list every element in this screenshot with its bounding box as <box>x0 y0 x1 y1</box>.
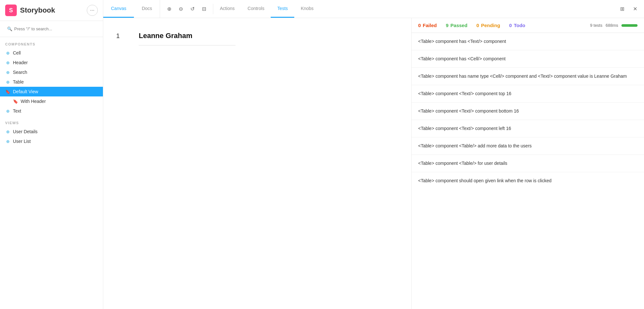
split-view-button[interactable]: ⊞ <box>617 4 627 14</box>
bookmark-icon-with-header: 🔖 <box>13 99 18 104</box>
views-section-label: VIEWS <box>0 116 103 127</box>
zoom-out-button[interactable]: ⊖ <box>176 4 186 14</box>
test-item: <Table> component has <Text/> component <box>412 33 644 50</box>
sidebar-item-text[interactable]: ⊕ Text <box>0 106 103 116</box>
sidebar-header: S Storybook ··· <box>0 0 103 21</box>
canvas-panel: 1 Leanne Graham <box>103 18 412 309</box>
sidebar-subitem-with-header[interactable]: 🔖 With Header <box>0 96 103 106</box>
expand-icon-table: ⊕ <box>5 79 10 85</box>
sidebar-item-user-details-label: User Details <box>13 129 37 134</box>
topbar-right: ⊞ ✕ <box>613 4 644 14</box>
test-item: <Table> component <Text/> component top … <box>412 85 644 103</box>
sidebar-item-table-label: Table <box>13 79 24 85</box>
zoom-in-icon: ⊕ <box>167 6 171 12</box>
test-item: <Table> component <Table/> for user deta… <box>412 155 644 172</box>
test-meta: 9 tests 688ms <box>590 23 638 28</box>
test-total: 9 tests <box>590 23 602 28</box>
sidebar-item-search[interactable]: ⊕ Search <box>0 67 103 77</box>
expand-icon-cell: ⊕ <box>5 50 10 55</box>
test-item: <Table> component has <Cell/> component <box>412 50 644 68</box>
sidebar-subitem-default-view[interactable]: 🔖 Default View <box>0 87 103 96</box>
main: Canvas Docs ⊕ ⊖ ↺ ⊟ Actions <box>103 0 644 309</box>
test-item: <Table> component should open given link… <box>412 172 644 189</box>
toolbar-tools: ⊕ ⊖ ↺ ⊟ <box>160 4 213 14</box>
image-icon: ⊟ <box>202 6 206 12</box>
search-bar-wrapper: 🔍 <box>5 24 98 34</box>
sidebar-subitem-with-header-label: With Header <box>21 99 46 104</box>
expand-icon-header: ⊕ <box>5 60 10 65</box>
sidebar-item-header[interactable]: ⊕ Header <box>0 58 103 67</box>
views-section: VIEWS ⊕ User Details ⊕ User List <box>0 116 103 146</box>
canvas-row-name: Leanne Graham <box>139 31 236 45</box>
sidebar-item-cell-label: Cell <box>13 50 21 55</box>
stat-failed: 0 Failed <box>418 23 437 28</box>
tab-docs[interactable]: Docs <box>134 0 160 18</box>
tab-tests[interactable]: Tests <box>271 0 294 18</box>
progress-bar <box>621 24 638 27</box>
sidebar-item-user-list-label: User List <box>13 139 31 144</box>
sidebar-item-header-label: Header <box>13 60 28 65</box>
close-button[interactable]: ✕ <box>630 4 640 14</box>
split-view-icon: ⊞ <box>620 6 624 12</box>
stat-pending: 0 Pending <box>477 23 500 28</box>
app-title: Storybook <box>20 6 84 15</box>
sidebar-item-user-list[interactable]: ⊕ User List <box>0 136 103 146</box>
expand-icon-user-details: ⊕ <box>5 129 10 134</box>
tests-summary: 0 Failed 9 Passed 0 Pending 0 Todo 9 tes… <box>412 18 644 33</box>
sidebar-item-user-details[interactable]: ⊕ User Details <box>0 127 103 136</box>
close-icon: ✕ <box>633 6 637 12</box>
zoom-in-button[interactable]: ⊕ <box>164 4 174 14</box>
search-icon: 🔍 <box>7 26 12 31</box>
bookmark-icon-default-view: 🔖 <box>5 89 10 94</box>
failed-label: Failed <box>423 23 437 28</box>
search-input[interactable] <box>5 24 98 34</box>
sidebar-item-cell[interactable]: ⊕ Cell <box>0 48 103 58</box>
sidebar-item-search-label: Search <box>13 70 27 75</box>
test-item: <Table> component has name type <Cell/> … <box>412 68 644 85</box>
passed-label: Passed <box>450 23 468 28</box>
tab-actions[interactable]: Actions <box>213 0 241 18</box>
pending-count: 0 <box>477 23 479 28</box>
canvas-content: 1 Leanne Graham <box>116 31 398 45</box>
expand-icon-user-list: ⊕ <box>5 139 10 144</box>
content-area: 1 Leanne Graham 0 Failed 9 Passed 0 Pend… <box>103 18 644 309</box>
logo-letter: S <box>9 7 13 14</box>
stat-passed: 9 Passed <box>446 23 468 28</box>
pending-label: Pending <box>481 23 500 28</box>
sidebar-subitem-default-view-label: Default View <box>13 89 38 94</box>
failed-count: 0 <box>418 23 421 28</box>
canvas-row-number: 1 <box>116 31 126 40</box>
zoom-out-icon: ⊖ <box>179 6 183 12</box>
tab-controls[interactable]: Controls <box>241 0 271 18</box>
image-button[interactable]: ⊟ <box>199 4 209 14</box>
reset-zoom-icon: ↺ <box>190 6 195 12</box>
todo-label: Todo <box>514 23 525 28</box>
components-section-label: COMPONENTS <box>0 37 103 48</box>
sidebar: S Storybook ··· 🔍 COMPONENTS ⊕ Cell ⊕ He… <box>0 0 103 309</box>
reset-zoom-button[interactable]: ↺ <box>187 4 197 14</box>
topbar: Canvas Docs ⊕ ⊖ ↺ ⊟ Actions <box>103 0 644 18</box>
test-item: <Table> component <Text/> component left… <box>412 120 644 137</box>
todo-count: 0 <box>509 23 512 28</box>
tests-panel: 0 Failed 9 Passed 0 Pending 0 Todo 9 tes… <box>412 18 644 309</box>
sidebar-item-table[interactable]: ⊕ Table <box>0 77 103 87</box>
action-tabs: Actions Controls Tests Knobs <box>213 0 613 18</box>
test-item: <Table> component <Table/> add more data… <box>412 137 644 155</box>
stat-todo: 0 Todo <box>509 23 525 28</box>
sidebar-item-text-label: Text <box>13 108 21 114</box>
passed-count: 9 <box>446 23 448 28</box>
app-logo: S <box>5 5 17 16</box>
canvas-tabs: Canvas Docs <box>103 0 160 18</box>
tab-canvas[interactable]: Canvas <box>103 0 134 18</box>
expand-icon-text: ⊕ <box>5 108 10 114</box>
search-bar-container: 🔍 <box>0 21 103 37</box>
tab-knobs[interactable]: Knobs <box>294 0 320 18</box>
progress-fill <box>621 24 638 27</box>
menu-button[interactable]: ··· <box>87 5 98 16</box>
tests-list: <Table> component has <Text/> component … <box>412 33 644 309</box>
components-section: COMPONENTS ⊕ Cell ⊕ Header ⊕ Search ⊕ Ta… <box>0 37 103 116</box>
test-item: <Table> component <Text/> component bott… <box>412 103 644 120</box>
expand-icon-search: ⊕ <box>5 70 10 75</box>
test-duration: 688ms <box>606 23 618 28</box>
